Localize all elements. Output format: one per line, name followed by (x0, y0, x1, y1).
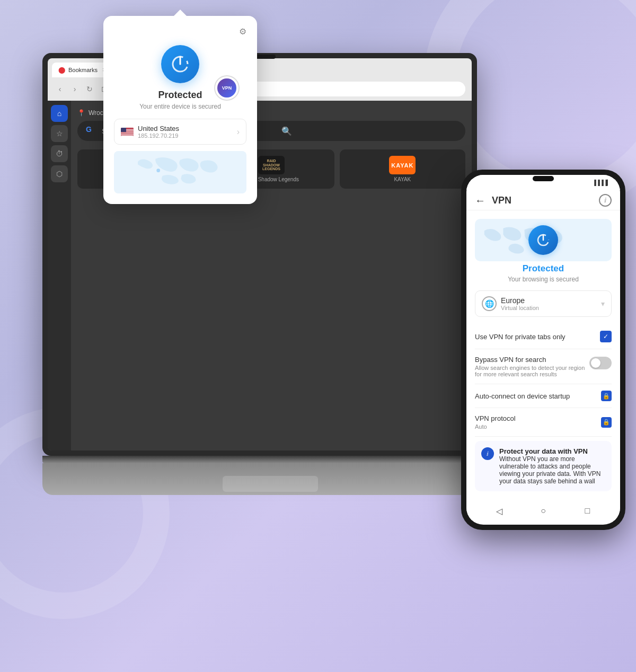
phone-setting-protocol[interactable]: VPN protocol Auto 🔒 (475, 408, 612, 437)
speed-dial-item-kayak[interactable]: KAYAK KAYAK (340, 149, 465, 189)
browser-sidebar: ⌂ ☆ ⏱ ⬡ (48, 101, 71, 450)
search-icon: 🔍 (281, 126, 457, 136)
sidebar-home-icon[interactable]: ⌂ (51, 105, 68, 122)
phone-location-info: Europe Virtual location (501, 296, 601, 311)
info-circle-icon: ⅈ (481, 447, 494, 460)
vpn-power-button[interactable] (161, 45, 199, 83)
phone-nav-buttons: ◁ ○ □ (466, 501, 620, 520)
svg-point-10 (156, 169, 160, 172)
phone-checkbox-private-tabs[interactable]: ✓ (600, 331, 612, 342)
phone-location-selector[interactable]: 🌐 Europe Virtual location ▾ (475, 290, 612, 317)
sidebar-bookmarks-icon[interactable]: ☆ (51, 125, 68, 142)
phone-recents-nav[interactable]: □ (581, 505, 594, 517)
vpn-desktop-map (114, 151, 246, 193)
phone-setting-sublabel-1: Allow search engines to detect your regi… (475, 365, 589, 377)
svg-rect-8 (121, 135, 134, 136)
phone-setting-private-tabs[interactable]: Use VPN for private tabs only ✓ (475, 324, 612, 349)
phone-lock-icon-autoconnect: 🔒 (601, 391, 612, 401)
phone-info-card: ⅈ Protect your data with VPN Without VPN… (475, 441, 612, 491)
google-logo: G (86, 125, 98, 137)
vpn-location-ip: 185.192.70.219 (138, 132, 179, 139)
phone-power-icon (536, 233, 551, 247)
phone-setting-label-2: Auto-connect on device startup (475, 392, 601, 400)
tab-bookmarks-label: Bookmarks (68, 67, 98, 73)
kayak-logo: KAYAK (389, 156, 416, 174)
phone-vpn-title: VPN (492, 195, 599, 206)
sidebar-extensions-icon[interactable]: ⬡ (51, 165, 68, 182)
power-icon (171, 55, 190, 74)
phone-info-body: Without VPN you are more vulnerable to a… (499, 455, 600, 485)
laptop-hinge (42, 456, 477, 463)
vpn-desktop-status-subtitle: Your entire device is secured (114, 103, 246, 110)
phone-info-title: Protect your data with VPN (499, 447, 588, 455)
phone-lock-icon-protocol: 🔒 (601, 417, 612, 428)
phone-setting-autoconnect[interactable]: Auto-connect on device startup 🔒 (475, 384, 612, 408)
phone-setting-bypass[interactable]: Bypass VPN for search Allow search engin… (475, 349, 612, 384)
svg-rect-7 (121, 134, 134, 135)
us-flag-icon (121, 128, 134, 136)
vpn-location-left: United States 185.192.70.219 (121, 125, 179, 139)
phone-info-button[interactable]: ⅈ (599, 194, 612, 207)
phone-location-chevron: ▾ (601, 299, 605, 308)
phone-location-name: Europe (501, 296, 601, 305)
phone-screen: ▐▐▐▐▏ ← VPN ⅈ (466, 175, 620, 525)
phone-nav-bar: ← VPN ⅈ (466, 190, 620, 210)
vpn-location-selector[interactable]: United States 185.192.70.219 › (114, 119, 246, 145)
phone-vpn-content: Protected Your browsing is secured 🌐 Eur… (466, 210, 620, 500)
chevron-right-icon: › (237, 127, 240, 137)
phone-setting-label-3: VPN protocol (475, 414, 516, 422)
phone-vpn-status-title: Protected (475, 263, 612, 274)
forward-button[interactable]: › (69, 83, 81, 95)
raid-logo: RAIDSHADOWLEGENDS (258, 156, 285, 174)
vpn-location-name: United States (138, 125, 179, 132)
battery-icon: ▐▐▐▐▏ (593, 180, 612, 185)
phone-location-sub: Virtual location (501, 305, 601, 311)
phone-setting-label-0: Use VPN for private tabs only (475, 333, 566, 341)
globe-icon: 🌐 (482, 296, 497, 311)
phone-info-text: Protect your data with VPN Without VPN y… (499, 447, 605, 485)
phone-power-button[interactable] (528, 225, 558, 255)
vpn-desktop-popup: ⚙ Protected Your entire device is secure… (103, 16, 257, 204)
phone-toggle-bypass[interactable] (589, 357, 612, 369)
world-map-svg (114, 151, 246, 193)
refresh-button[interactable]: ↻ (84, 83, 95, 95)
vpn-badge[interactable]: VPN (217, 78, 236, 98)
phone-setting-label-1: Bypass VPN for search (475, 356, 589, 364)
svg-rect-9 (121, 128, 126, 132)
phone-vpn-status-sub: Your browsing is secured (475, 276, 612, 283)
back-arrow-icon[interactable]: ← (475, 194, 485, 207)
laptop-base (42, 456, 498, 495)
phone-back-nav[interactable]: ◁ (493, 505, 506, 517)
laptop-trackpad (223, 476, 318, 492)
sidebar-history-icon[interactable]: ⏱ (51, 145, 68, 162)
back-button[interactable]: ‹ (54, 83, 66, 95)
vpn-settings-button[interactable]: ⚙ (239, 26, 246, 37)
svg-rect-6 (121, 132, 134, 133)
phone-home-nav[interactable]: ○ (537, 505, 550, 517)
phone-camera (533, 176, 554, 181)
laptop-bottom (42, 463, 498, 495)
phone: ▐▐▐▐▏ ← VPN ⅈ (461, 170, 625, 530)
location-icon: 📍 (77, 109, 85, 117)
vpn-popup-header: ⚙ (114, 26, 246, 37)
opera-icon: ⬤ (58, 66, 65, 74)
phone-vpn-hero (475, 219, 612, 261)
phone-setting-sublabel-3: Auto (475, 423, 516, 430)
sd-name-kayak: KAYAK (394, 176, 411, 182)
